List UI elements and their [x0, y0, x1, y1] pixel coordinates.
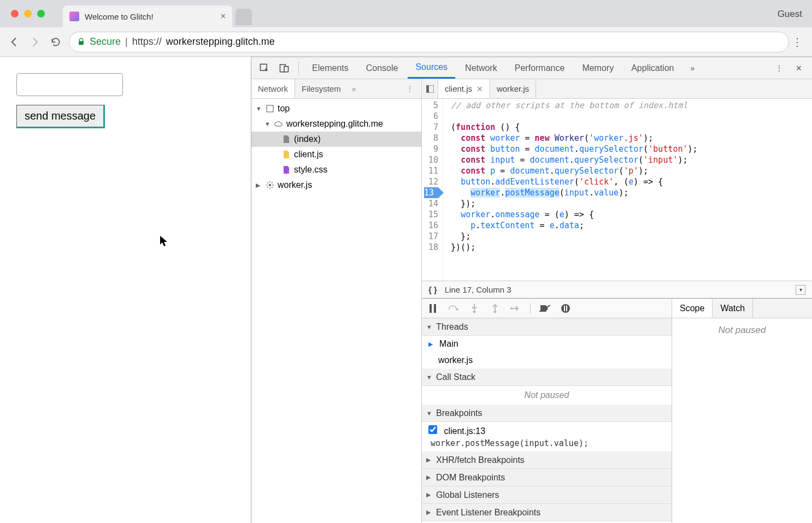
message-input[interactable] — [16, 73, 123, 96]
tree-label: worker.js — [278, 180, 312, 190]
cursor-icon — [160, 236, 169, 247]
frame-icon — [266, 104, 274, 113]
xhr-breakpoints-section[interactable]: ▶XHR/fetch Breakpoints — [422, 451, 672, 469]
url-protocol: https:// — [132, 36, 162, 47]
step-button[interactable] — [509, 302, 522, 315]
code-editor[interactable]: 56789101112131415161718 // add other scr… — [422, 99, 812, 281]
svg-rect-2 — [284, 66, 289, 72]
forward-button[interactable] — [27, 34, 43, 50]
window-minimize-button[interactable] — [24, 10, 32, 17]
svg-point-13 — [561, 304, 570, 313]
editor-panel: client.js ✕ worker.js 567891011121314151… — [422, 79, 812, 523]
browser-tab[interactable]: Welcome to Glitch! × — [63, 5, 232, 27]
tree-file-clientjs[interactable]: client.js — [251, 147, 421, 162]
url-field[interactable]: Secure | https://workerstepping.glitch.m… — [69, 32, 789, 52]
tree-label: client.js — [294, 150, 323, 159]
navigator-tab-network[interactable]: Network — [251, 79, 295, 98]
editor-tab-clientjs[interactable]: client.js ✕ — [438, 79, 490, 98]
browser-tab-strip: Welcome to Glitch! × Guest — [0, 0, 812, 27]
tab-network[interactable]: Network — [457, 57, 505, 79]
editor-tab-label: worker.js — [497, 84, 529, 93]
toggle-navigator-icon[interactable] — [422, 79, 438, 98]
tree-label: workerstepping.glitch.me — [286, 119, 383, 129]
editor-tab-close-icon[interactable]: ✕ — [476, 85, 483, 93]
tree-domain[interactable]: ▼ workerstepping.glitch.me — [251, 116, 421, 132]
js-file-icon — [282, 150, 291, 159]
navigator-menu-icon[interactable]: ⋮ — [402, 85, 418, 93]
secure-label: Secure — [90, 36, 121, 47]
tab-elements[interactable]: Elements — [304, 57, 356, 79]
tree-file-index[interactable]: (index) — [251, 132, 421, 147]
event-listener-breakpoints-section[interactable]: ▶Event Listener Breakpoints — [422, 504, 672, 521]
tree-label: top — [278, 104, 290, 114]
debugger-panel: ▼Threads Main worker.js ▼Call Stack Not … — [422, 298, 812, 523]
thread-worker[interactable]: worker.js — [422, 352, 672, 369]
inspect-element-icon[interactable] — [256, 60, 273, 77]
tree-top[interactable]: ▼ top — [251, 101, 421, 116]
pause-button[interactable] — [426, 302, 439, 315]
tree-file-stylecss[interactable]: style.css — [251, 162, 421, 177]
breakpoint-checkbox[interactable] — [428, 425, 437, 434]
page-content: send message — [0, 57, 251, 523]
svg-point-9 — [456, 308, 458, 310]
svg-rect-15 — [566, 306, 567, 311]
device-toolbar-icon[interactable] — [275, 60, 293, 77]
more-tabs-icon[interactable]: » — [684, 60, 701, 77]
callstack-empty: Not paused — [422, 386, 672, 405]
url-separator: | — [125, 36, 128, 47]
watch-tab[interactable]: Watch — [713, 299, 753, 318]
svg-point-12 — [510, 307, 513, 310]
address-bar: Secure | https://workerstepping.glitch.m… — [0, 27, 812, 57]
svg-point-11 — [494, 310, 497, 313]
dom-breakpoints-section[interactable]: ▶DOM Breakpoints — [422, 469, 672, 486]
svg-rect-3 — [267, 105, 273, 112]
browser-menu-button[interactable]: ⋮ — [789, 35, 805, 49]
deactivate-breakpoints-button[interactable] — [538, 302, 551, 315]
callstack-section[interactable]: ▼Call Stack — [422, 369, 672, 386]
pretty-print-icon[interactable]: { } — [428, 285, 437, 294]
pause-exceptions-button[interactable] — [559, 302, 572, 315]
profile-label[interactable]: Guest — [778, 9, 802, 20]
devtools-close-icon[interactable]: ✕ — [790, 60, 808, 77]
threads-section[interactable]: ▼Threads — [422, 318, 672, 336]
tab-console[interactable]: Console — [358, 57, 406, 79]
editor-status-bar: { } Line 17, Column 3 ▾ — [422, 281, 812, 298]
new-tab-button[interactable] — [236, 9, 252, 25]
tree-label: style.css — [294, 165, 327, 175]
step-over-button[interactable] — [447, 302, 460, 315]
tab-application[interactable]: Application — [623, 57, 681, 79]
tree-label: (index) — [294, 134, 321, 144]
editor-tab-workerjs[interactable]: worker.js — [490, 79, 536, 98]
window-maximize-button[interactable] — [37, 10, 45, 17]
tab-memory[interactable]: Memory — [574, 57, 621, 79]
breakpoint-item[interactable]: client.js:13 worker.postMessage(input.va… — [422, 422, 672, 451]
gear-icon — [266, 181, 274, 189]
cloud-icon — [274, 120, 283, 128]
step-out-button[interactable] — [489, 302, 502, 315]
devtools-menu-icon[interactable]: ⋮ — [770, 60, 788, 77]
scope-empty: Not paused — [672, 318, 812, 523]
svg-point-4 — [269, 184, 271, 186]
svg-rect-7 — [429, 304, 432, 313]
scope-tab[interactable]: Scope — [672, 299, 713, 318]
thread-main[interactable]: Main — [422, 336, 672, 352]
devtools-tab-bar: Elements Console Sources Network Perform… — [251, 57, 812, 79]
tab-close-button[interactable]: × — [221, 11, 226, 21]
tree-worker[interactable]: ▶ worker.js — [251, 177, 421, 193]
navigator-tab-filesystem[interactable]: Filesystem — [295, 79, 348, 98]
tab-sources[interactable]: Sources — [408, 57, 455, 79]
url-host: workerstepping.glitch.me — [166, 36, 275, 47]
debugger-toolbar — [422, 299, 672, 318]
tab-title: Welcome to Glitch! — [85, 12, 215, 21]
back-button[interactable] — [7, 34, 22, 50]
breakpoints-section[interactable]: ▼Breakpoints — [422, 405, 672, 422]
window-close-button[interactable] — [11, 10, 19, 17]
breakpoint-code: worker.postMessage(input.value); — [428, 438, 665, 448]
navigator-more-icon[interactable]: » — [348, 85, 361, 93]
coverage-icon[interactable]: ▾ — [796, 285, 805, 295]
tab-performance[interactable]: Performance — [507, 57, 573, 79]
global-listeners-section[interactable]: ▶Global Listeners — [422, 486, 672, 504]
reload-button[interactable] — [48, 34, 63, 50]
step-into-button[interactable] — [468, 302, 481, 315]
send-message-button[interactable]: send message — [16, 105, 105, 128]
